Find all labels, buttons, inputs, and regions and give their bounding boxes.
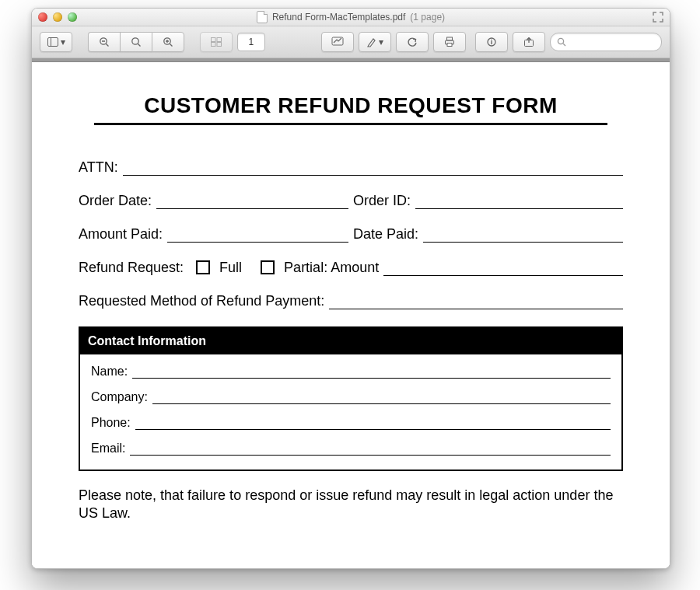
sidebar-toggle-button[interactable]: ▾: [40, 32, 72, 52]
partial-amount-line: [383, 261, 623, 276]
search-input[interactable]: [569, 36, 655, 48]
svg-rect-0: [47, 38, 58, 47]
annotate-button[interactable]: [321, 32, 354, 52]
order-date-label: Order Date:: [79, 193, 152, 209]
titlebar: Refund Form-MacTemplates.pdf (1 page): [32, 9, 670, 26]
svg-point-5: [132, 38, 138, 44]
phone-line: [135, 415, 611, 430]
info-button[interactable]: [475, 32, 508, 52]
window-title: Refund Form-MacTemplates.pdf (1 page): [257, 11, 445, 23]
title-rule: [94, 123, 607, 125]
svg-rect-18: [447, 44, 452, 47]
svg-rect-21: [491, 41, 492, 44]
rotate-button[interactable]: [396, 32, 429, 52]
pdf-page: CUSTOMER REFUND REQUEST FORM ATTN: Order…: [79, 62, 623, 522]
partial-label: Partial: Amount: [284, 260, 379, 276]
full-checkbox: [196, 260, 210, 274]
date-paid-label: Date Paid:: [353, 226, 418, 243]
pdf-file-icon: [257, 11, 268, 23]
email-label: Email:: [91, 442, 125, 456]
legal-note: Please note, that failure to respond or …: [79, 487, 623, 522]
search-icon: [557, 37, 566, 47]
name-label: Name:: [91, 365, 128, 379]
svg-rect-16: [446, 37, 452, 40]
highlight-button[interactable]: ▾: [359, 32, 391, 52]
zoom-actual-button[interactable]: [120, 32, 152, 52]
zoom-out-button[interactable]: [88, 32, 120, 52]
attn-field-line: [123, 161, 623, 176]
date-paid-line: [423, 228, 623, 243]
traffic-lights: [38, 12, 77, 22]
phone-label: Phone:: [91, 416, 131, 430]
share-button[interactable]: [513, 32, 545, 52]
close-button[interactable]: [38, 12, 47, 22]
svg-rect-14: [217, 43, 222, 47]
print-button[interactable]: [433, 32, 466, 52]
svg-rect-12: [217, 38, 222, 42]
preview-window: Refund Form-MacTemplates.pdf (1 page) ▾: [31, 8, 670, 569]
contact-info-section: Contact Information Name: Company: Phone…: [79, 326, 623, 471]
window-title-filename: Refund Form-MacTemplates.pdf: [272, 12, 405, 23]
attn-label: ATTN:: [79, 159, 118, 176]
svg-line-24: [563, 44, 565, 46]
partial-checkbox: [261, 260, 275, 274]
minimize-button[interactable]: [53, 12, 62, 22]
fullscreen-icon[interactable]: [653, 12, 663, 23]
window-title-pages: (1 page): [410, 12, 445, 23]
method-label: Requested Method of Refund Payment:: [79, 293, 324, 309]
zoom-button[interactable]: [68, 12, 77, 22]
search-field-wrap[interactable]: [550, 33, 662, 51]
refund-request-label: Refund Request:: [79, 260, 184, 276]
svg-rect-13: [211, 43, 215, 47]
contact-info-header: Contact Information: [80, 328, 621, 354]
page-number-field[interactable]: [237, 33, 265, 51]
svg-line-3: [106, 44, 108, 46]
zoom-in-button[interactable]: [152, 32, 184, 52]
order-id-label: Order ID:: [353, 193, 411, 209]
full-label: Full: [219, 260, 242, 276]
document-area[interactable]: CUSTOMER REFUND REQUEST FORM ATTN: Order…: [32, 62, 670, 569]
company-label: Company:: [91, 390, 148, 404]
amount-paid-line: [167, 228, 348, 243]
order-id-line: [415, 194, 623, 209]
zoom-segment: [88, 32, 184, 52]
svg-line-6: [138, 44, 140, 46]
order-date-line: [156, 194, 348, 209]
method-line: [329, 295, 623, 309]
form-title: CUSTOMER REFUND REQUEST FORM: [79, 93, 623, 118]
view-mode-segment: ▾: [40, 32, 72, 52]
company-line: [152, 389, 611, 404]
svg-line-8: [170, 44, 172, 46]
name-line: [132, 364, 611, 379]
svg-point-20: [491, 40, 492, 41]
email-line: [130, 441, 611, 456]
thumbnails-button[interactable]: [200, 32, 233, 52]
svg-point-23: [558, 38, 563, 44]
svg-rect-11: [211, 38, 215, 42]
amount-paid-label: Amount Paid:: [79, 226, 163, 243]
toolbar: ▾: [32, 26, 670, 58]
